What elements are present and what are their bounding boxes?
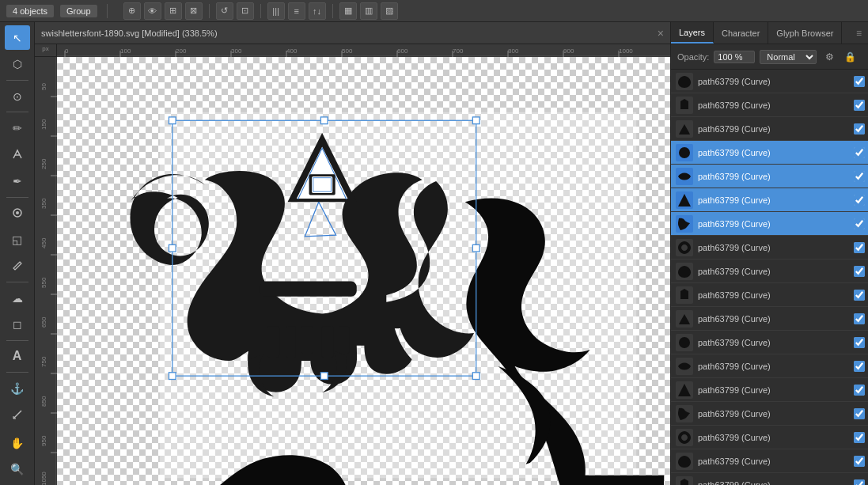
layer-item[interactable]: path63799 (Curve) [671, 260, 868, 283]
layer-visibility-checkbox[interactable] [854, 147, 865, 158]
layer-item[interactable]: path63799 (Curve) [671, 141, 868, 165]
canvas-content[interactable] [57, 57, 670, 485]
close-tab-button[interactable]: × [658, 27, 664, 40]
layer-label: path63799 (Curve) [698, 100, 854, 110]
layer-visibility-checkbox[interactable] [854, 242, 865, 253]
layer-item[interactable]: path63799 (Curve) [671, 354, 868, 378]
node-tool[interactable]: ⬡ [5, 51, 30, 76]
layer-item[interactable]: path63799 (Curve) [671, 331, 868, 354]
tool-separator-2 [6, 112, 28, 112]
opacity-input[interactable] [714, 51, 755, 63]
layer-visibility-checkbox[interactable] [854, 290, 865, 301]
pattern2-icon[interactable]: ▥ [360, 2, 377, 20]
layer-item[interactable]: path63799 (Curve) [671, 307, 868, 331]
valign-icon[interactable]: ≡ [288, 2, 305, 20]
layer-item[interactable]: path63799 (Curve) [671, 117, 868, 141]
objects-count[interactable]: 4 objects [6, 5, 54, 17]
transform-icon[interactable]: ⊡ [237, 2, 254, 20]
layer-label: path63799 (Curve) [698, 433, 854, 442]
svg-rect-53 [267, 326, 279, 357]
tool-separator-1 [6, 80, 28, 81]
separator [107, 4, 108, 18]
layer-item[interactable]: path63799 (Curve) [671, 402, 868, 426]
zoom-tool[interactable]: ⊙ [5, 84, 30, 108]
layer-item[interactable]: path63799 (Curve) [671, 212, 868, 236]
layer-item[interactable]: path63799 (Curve) [671, 165, 868, 188]
eraser-tool[interactable]: ◻ [5, 312, 30, 336]
lock-icon[interactable]: 🔒 [842, 49, 858, 65]
layer-item[interactable]: path63799 (Curve) [671, 188, 868, 212]
paint-tool[interactable] [5, 201, 30, 225]
settings-icon[interactable]: ⚙ [821, 49, 837, 65]
tab-layers[interactable]: Layers [671, 22, 714, 44]
layer-visibility-checkbox[interactable] [854, 218, 865, 229]
layer-visibility-checkbox[interactable] [854, 479, 865, 486]
layer-label: path63799 (Curve) [698, 148, 854, 157]
layer-item[interactable]: path63799 (Curve) [671, 449, 868, 473]
align-icon[interactable]: ⊕ [123, 2, 141, 20]
layer-visibility-checkbox[interactable] [854, 432, 865, 443]
pen-tool[interactable] [5, 142, 30, 167]
layer-item[interactable]: path63799 (Curve) [671, 378, 868, 402]
layer-item[interactable]: path63799 (Curve) [671, 426, 868, 449]
layer-visibility-checkbox[interactable] [854, 171, 865, 182]
hand-tool[interactable]: ✋ [5, 430, 30, 455]
layer-item[interactable]: path63799 (Curve) [671, 236, 868, 260]
text-tool[interactable]: A [5, 344, 30, 369]
layers-list[interactable]: path63799 (Curve)path63799 (Curve)path63… [671, 70, 868, 485]
file-tab[interactable]: swishlettersfont-1890.svg [Modified] (33… [35, 22, 670, 44]
layer-thumbnail [676, 215, 693, 233]
svg-rect-55 [301, 326, 313, 354]
separator4 [332, 4, 333, 18]
layer-visibility-checkbox[interactable] [854, 456, 865, 467]
layer-visibility-checkbox[interactable] [854, 195, 865, 206]
gradient-tool[interactable]: ◱ [5, 227, 30, 252]
eyedropper-tool[interactable] [5, 253, 30, 278]
grid-icon[interactable]: ⊞ [165, 2, 182, 20]
layer-visibility-checkbox[interactable] [854, 266, 865, 277]
pattern-icon[interactable]: ▦ [339, 2, 357, 20]
calligraphy-tool[interactable]: ✒ [5, 169, 30, 193]
snap-icon[interactable]: ⊠ [185, 2, 203, 20]
pencil-tool[interactable]: ✏ [5, 116, 30, 140]
panel-menu-button[interactable]: ≡ [850, 22, 868, 44]
pointer-tool[interactable]: ↖ [5, 25, 30, 50]
layer-item[interactable]: path63799 (Curve) [671, 93, 868, 117]
layer-item[interactable]: path63799 (Curve) [671, 473, 868, 485]
tab-character[interactable]: Character [714, 22, 768, 44]
layer-item[interactable]: path63799 (Curve) [671, 70, 868, 93]
layer-visibility-checkbox[interactable] [854, 361, 865, 372]
layer-label: path63799 (Curve) [698, 457, 854, 466]
layer-visibility-checkbox[interactable] [854, 100, 865, 111]
pattern3-icon[interactable]: ▨ [381, 2, 398, 20]
visibility-icon[interactable]: 👁 [144, 2, 161, 20]
rotate-icon[interactable]: ↺ [216, 2, 233, 20]
layer-visibility-checkbox[interactable] [854, 76, 865, 87]
layer-visibility-checkbox[interactable] [854, 408, 865, 419]
layer-label: path63799 (Curve) [698, 243, 854, 252]
layer-thumbnail [676, 168, 693, 185]
layer-item[interactable]: path63799 (Curve) [671, 283, 868, 307]
layer-visibility-checkbox[interactable] [854, 385, 865, 396]
layer-visibility-checkbox[interactable] [854, 123, 865, 135]
spray-tool[interactable]: ☁ [5, 286, 30, 310]
layer-label: path63799 (Curve) [698, 172, 854, 181]
dist-icon[interactable]: ↑↓ [309, 2, 326, 20]
canvas-viewport[interactable]: px 0 100 200 300 400 500 [35, 44, 670, 485]
measure-tool[interactable] [5, 403, 30, 427]
connector-tool[interactable]: ⚓ [5, 376, 30, 400]
ruler-vertical: 50 150 250 350 450 550 650 750 8 [35, 57, 57, 485]
layer-thumbnail [676, 191, 693, 209]
layer-visibility-checkbox[interactable] [854, 337, 865, 348]
zoom-bottom-tool[interactable]: 🔍 [5, 457, 30, 481]
layer-visibility-checkbox[interactable] [854, 313, 865, 324]
halign-icon[interactable]: ||| [267, 2, 285, 20]
blend-mode-select[interactable]: Normal Multiply Screen Overlay [760, 50, 817, 64]
layer-label: path63799 (Curve) [698, 290, 854, 300]
svg-rect-56 [321, 326, 334, 357]
tab-glyph-browser[interactable]: Glyph Browser [768, 22, 842, 44]
layer-label: path63799 (Curve) [698, 219, 854, 229]
svg-rect-58 [260, 282, 357, 297]
group-button[interactable]: Group [60, 5, 97, 17]
svg-text:300: 300 [231, 47, 242, 55]
